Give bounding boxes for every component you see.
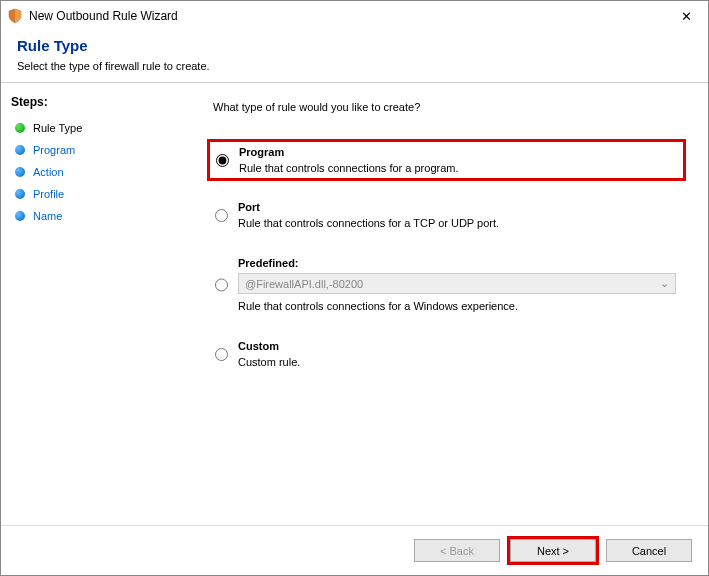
- option-predefined[interactable]: Predefined: @FirewallAPI.dll,-80200 ⌄ Ru…: [207, 251, 686, 318]
- radio-port[interactable]: [215, 202, 228, 229]
- radio-program[interactable]: [216, 147, 229, 174]
- option-port[interactable]: Port Rule that controls connections for …: [207, 195, 686, 235]
- sidebar: Steps: Rule Type Program Action Profile …: [1, 83, 185, 513]
- sidebar-item-label: Program: [33, 144, 75, 156]
- option-custom[interactable]: Custom Custom rule.: [207, 334, 686, 374]
- sidebar-item-rule-type[interactable]: Rule Type: [11, 117, 175, 139]
- bullet-icon: [15, 189, 25, 199]
- page-subtitle: Select the type of firewall rule to crea…: [17, 60, 692, 72]
- titlebar: New Outbound Rule Wizard ✕: [1, 1, 708, 31]
- option-program-desc: Rule that controls connections for a pro…: [239, 162, 677, 174]
- bullet-icon: [15, 145, 25, 155]
- bullet-icon: [15, 123, 25, 133]
- back-button: < Back: [414, 539, 500, 562]
- footer: < Back Next > Cancel: [1, 525, 708, 575]
- header: Rule Type Select the type of firewall ru…: [1, 31, 708, 82]
- close-button[interactable]: ✕: [670, 4, 702, 28]
- sidebar-item-program[interactable]: Program: [11, 139, 175, 161]
- rule-type-radiogroup: Program Rule that controls connections f…: [207, 139, 686, 374]
- radio-predefined[interactable]: [215, 258, 228, 312]
- firewall-shield-icon: [7, 8, 23, 24]
- sidebar-item-action[interactable]: Action: [11, 161, 175, 183]
- main-panel: What type of rule would you like to crea…: [185, 83, 708, 513]
- option-program[interactable]: Program Rule that controls connections f…: [207, 139, 686, 181]
- bullet-icon: [15, 211, 25, 221]
- sidebar-item-label: Rule Type: [33, 122, 82, 134]
- option-program-label: Program: [239, 146, 677, 158]
- option-custom-desc: Custom rule.: [238, 356, 678, 368]
- question-text: What type of rule would you like to crea…: [213, 101, 686, 113]
- steps-heading: Steps:: [11, 95, 175, 109]
- predefined-select: @FirewallAPI.dll,-80200 ⌄: [238, 273, 676, 294]
- option-custom-label: Custom: [238, 340, 678, 352]
- option-predefined-label: Predefined:: [238, 257, 678, 269]
- sidebar-item-label: Profile: [33, 188, 64, 200]
- sidebar-item-label: Action: [33, 166, 64, 178]
- radio-custom[interactable]: [215, 341, 228, 368]
- option-port-label: Port: [238, 201, 678, 213]
- sidebar-item-name[interactable]: Name: [11, 205, 175, 227]
- next-button[interactable]: Next >: [510, 539, 596, 562]
- predefined-select-value: @FirewallAPI.dll,-80200: [245, 278, 363, 290]
- option-predefined-desc: Rule that controls connections for a Win…: [238, 300, 678, 312]
- sidebar-item-label: Name: [33, 210, 62, 222]
- chevron-down-icon: ⌄: [660, 277, 669, 290]
- option-port-desc: Rule that controls connections for a TCP…: [238, 217, 678, 229]
- cancel-button[interactable]: Cancel: [606, 539, 692, 562]
- bullet-icon: [15, 167, 25, 177]
- window-title: New Outbound Rule Wizard: [29, 9, 670, 23]
- sidebar-item-profile[interactable]: Profile: [11, 183, 175, 205]
- page-title: Rule Type: [17, 37, 692, 54]
